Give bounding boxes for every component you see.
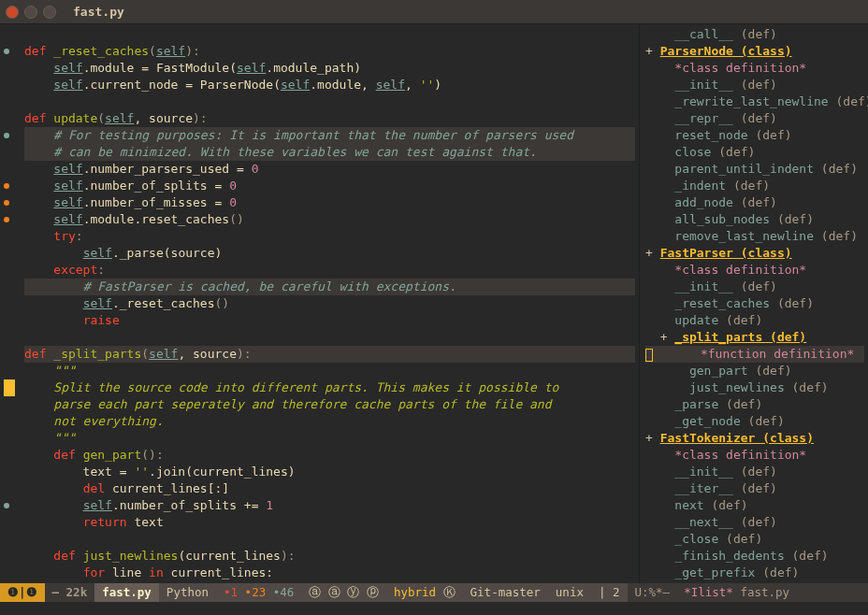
- code-line[interactable]: return text: [24, 514, 635, 531]
- outline-item[interactable]: __init__ (def): [645, 279, 864, 295]
- code-line[interactable]: [24, 531, 635, 548]
- code-line[interactable]: for line in current_lines:: [24, 565, 635, 581]
- code-line[interactable]: def _split_parts(self, source):: [24, 346, 635, 363]
- outline-item[interactable]: *function definition*: [645, 346, 864, 363]
- outline-item[interactable]: all_sub_nodes (def): [645, 211, 864, 228]
- outline-item[interactable]: *class definition*: [645, 60, 864, 77]
- outline-item[interactable]: update (def): [645, 312, 864, 329]
- code-line[interactable]: self.current_node = ParserNode(self.modu…: [24, 77, 635, 93]
- code-line[interactable]: def update(self, source):: [24, 110, 635, 127]
- code-line[interactable]: raise: [24, 312, 635, 329]
- outline-item[interactable]: _get_node (def): [645, 413, 864, 430]
- expand-plus-icon[interactable]: +: [645, 246, 660, 260]
- code-line[interactable]: self.module = FastModule(self.module_pat…: [24, 60, 635, 77]
- outline-item[interactable]: next (def): [645, 497, 864, 514]
- gutter-row: [0, 346, 24, 363]
- token-par: .module_path): [266, 61, 361, 75]
- outline-item[interactable]: _get_prefix (def): [645, 565, 864, 581]
- code-line[interactable]: not everything.: [24, 413, 635, 430]
- code-line[interactable]: def _reset_caches(self):: [24, 43, 635, 60]
- token-self: self: [83, 498, 112, 512]
- token-par: [24, 364, 53, 378]
- code-line[interactable]: Split the source code into different par…: [24, 379, 635, 396]
- code-line[interactable]: parse each part seperately and therefore…: [24, 396, 635, 413]
- close-icon[interactable]: [6, 6, 19, 19]
- outline-item[interactable]: __iter__ (def): [645, 480, 864, 497]
- outline-def-name: _parse: [674, 397, 718, 411]
- outline-item[interactable]: __init__ (def): [645, 464, 864, 480]
- token-op: =: [215, 179, 230, 193]
- code-line[interactable]: except:: [24, 262, 635, 279]
- code-line[interactable]: self.number_parsers_used = 0: [24, 161, 635, 178]
- code-line[interactable]: self.number_of_splits = 0: [24, 178, 635, 194]
- outline-item[interactable]: parent_until_indent (def): [645, 161, 864, 178]
- token-fn: _reset_caches: [53, 44, 149, 58]
- outline-item[interactable]: _indent (def): [645, 178, 864, 194]
- outline-item[interactable]: __next__ (def): [645, 514, 864, 531]
- gutter-row: [0, 211, 24, 228]
- outline-item[interactable]: add_node (def): [645, 194, 864, 211]
- outline-pane[interactable]: __call__ (def)+ ParserNode (class) *clas…: [640, 24, 868, 583]
- outline-item[interactable]: gen_part (def): [645, 363, 864, 379]
- code-line[interactable]: # For testing purposes: It is important …: [24, 127, 635, 144]
- outline-item[interactable]: __repr__ (def): [645, 110, 864, 127]
- code-line[interactable]: self._reset_caches(): [24, 295, 635, 312]
- outline-item[interactable]: _parse (def): [645, 396, 864, 413]
- outline-item[interactable]: + _split_parts (def): [645, 329, 864, 346]
- gutter-row: [0, 312, 24, 329]
- code-line[interactable]: [24, 93, 635, 110]
- ml-flycheck: •1 •23 •46: [216, 583, 301, 602]
- outline-item[interactable]: *class definition*: [645, 447, 864, 464]
- minimize-icon[interactable]: [24, 6, 37, 19]
- code-line[interactable]: self.number_of_splits += 1: [24, 497, 635, 514]
- outline-item[interactable]: _reset_caches (def): [645, 295, 864, 312]
- code-line[interactable]: self.number_of_misses = 0: [24, 194, 635, 211]
- outline-def-tag: (def): [733, 179, 770, 193]
- code-line[interactable]: [24, 329, 635, 346]
- code-line[interactable]: """: [24, 430, 635, 447]
- gutter-row: [0, 228, 24, 245]
- code-line[interactable]: def gen_part():: [24, 447, 635, 464]
- ml-hybrid: hybrid Ⓚ: [386, 583, 463, 602]
- outline-item[interactable]: remove_last_newline (def): [645, 228, 864, 245]
- expand-plus-icon[interactable]: +: [645, 431, 660, 445]
- outline-item[interactable]: reset_node (def): [645, 127, 864, 144]
- gutter-row: [0, 514, 24, 531]
- outline-item[interactable]: close (def): [645, 144, 864, 161]
- outline-item[interactable]: *class definition*: [645, 262, 864, 279]
- maximize-icon[interactable]: [43, 6, 56, 19]
- outline-def-tag: (def): [748, 414, 785, 428]
- code-line[interactable]: self._parse(source): [24, 245, 635, 262]
- outline-item[interactable]: _rewrite_last_newline (def): [645, 93, 864, 110]
- outline-item[interactable]: _close (def): [645, 531, 864, 548]
- ml-minor-modes: ⓐ ⓐ ⓨ ⓟ: [301, 583, 386, 602]
- token-self: self: [53, 78, 82, 92]
- code-line[interactable]: del current_lines[:]: [24, 480, 635, 497]
- code-line[interactable]: self.module.reset_caches(): [24, 211, 635, 228]
- outline-item[interactable]: __call__ (def): [645, 26, 864, 43]
- code-line[interactable]: # FastParser is cached, be careful with …: [24, 279, 635, 295]
- token-par: [24, 263, 53, 277]
- minibuffer[interactable]: [0, 602, 868, 615]
- modified-dot-icon: [4, 183, 9, 189]
- token-kw: def: [24, 347, 53, 361]
- expand-plus-icon[interactable]: +: [660, 330, 675, 344]
- outline-item[interactable]: _finish_dedents (def): [645, 548, 864, 565]
- code-line[interactable]: try:: [24, 228, 635, 245]
- outline-def-tag: (def): [741, 195, 777, 209]
- editor-code[interactable]: def _reset_caches(self): self.module = F…: [24, 24, 639, 583]
- code-line[interactable]: def just_newlines(current_lines):: [24, 548, 635, 565]
- outline-def-tag: (def): [792, 380, 829, 394]
- code-line[interactable]: text = ''.join(current_lines): [24, 464, 635, 480]
- outline-item[interactable]: + ParserNode (class): [645, 43, 864, 60]
- outline-item[interactable]: + FastTokenizer (class): [645, 430, 864, 447]
- expand-plus-icon[interactable]: +: [645, 44, 660, 58]
- code-line[interactable]: """: [24, 363, 635, 379]
- outline-item[interactable]: __init__ (def): [645, 77, 864, 93]
- code-line[interactable]: [24, 26, 635, 43]
- outline-item[interactable]: just_newlines (def): [645, 379, 864, 396]
- token-par: .module,: [310, 78, 375, 92]
- code-line[interactable]: # can be minimized. With these variables…: [24, 144, 635, 161]
- outline-item[interactable]: + FastParser (class): [645, 245, 864, 262]
- editor-pane[interactable]: def _reset_caches(self): self.module = F…: [0, 24, 640, 583]
